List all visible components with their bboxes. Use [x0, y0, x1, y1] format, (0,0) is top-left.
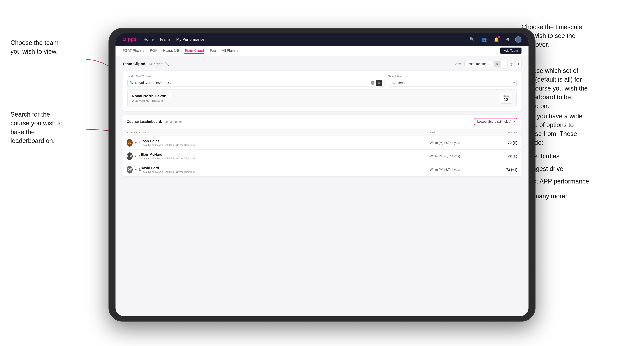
course-info: Royal North Devon GC Westward Ho!, Engla… — [132, 94, 173, 103]
tee-select-group: Select Tee All Tees White Yellow Red — [388, 75, 516, 87]
select-tee-label: Select Tee — [388, 75, 516, 78]
main-content: Team Clippd | 14 Players ✏️ Show: Last 3… — [116, 56, 528, 316]
find-course-label: Find a Golf Course — [128, 75, 384, 78]
favorite-button[interactable]: ★ — [376, 80, 382, 86]
table-row: DF ♥ 3 David Ford Royal North Devon Golf… — [122, 163, 522, 176]
tab-team-clippd[interactable]: Team Clippd — [184, 48, 204, 54]
nav-my-performance[interactable]: My Performance — [176, 37, 204, 42]
tee-2: White (M) (6,744 yds) — [430, 155, 482, 158]
download-button[interactable]: ⬇ — [515, 61, 522, 67]
avatar-josh: JC — [127, 139, 133, 147]
settings-icon: ⊕ — [506, 37, 510, 42]
team-player-count: | 14 Players — [147, 62, 163, 66]
nav-home[interactable]: Home — [143, 37, 154, 42]
grid-view-button[interactable]: ⊞ — [494, 61, 500, 67]
edit-icon[interactable]: ✏️ — [165, 62, 169, 66]
search-row: Find a Golf Course 🔍 × ★ Select Tee Al — [128, 75, 516, 87]
course-search-group: Find a Golf Course 🔍 × ★ — [128, 75, 384, 87]
tee-select[interactable]: All Tees White Yellow Red — [390, 79, 514, 87]
people-button[interactable]: 👥 — [480, 36, 488, 43]
course-location: Westward Ho!, England — [132, 99, 173, 103]
tab-pga[interactable]: PGA — [150, 48, 157, 54]
col-tee: TEE — [430, 131, 482, 134]
player-rank-2: BM ♥ 1 — [127, 152, 141, 160]
nav-bar: clippd Home Teams My Performance 🔍 👥 🔔 — [116, 33, 528, 46]
course-search-input[interactable] — [135, 81, 369, 85]
clear-search-button[interactable]: × — [371, 81, 374, 85]
col-score: SCORE — [482, 131, 517, 134]
score-type-dropdown[interactable]: Lowest Score (18 holes) Most Birdies Lon… — [474, 118, 517, 125]
avatar-button[interactable]: 👤 — [515, 36, 522, 43]
course-name: Royal North Devon GC — [132, 94, 173, 98]
leaderboard-panel: Course Leaderboard, Last 3 months Lowest… — [122, 115, 522, 176]
leaderboard-table: PLAYER NAME TEE SCORE JC ♥ 1 — [122, 129, 522, 176]
tee-1: White (M) (6,744 yds) — [430, 141, 482, 145]
tablet-screen: clippd Home Teams My Performance 🔍 👥 🔔 — [116, 33, 528, 316]
search-icon: 🔍 — [469, 37, 474, 42]
tab-hcaps[interactable]: Hcaps 1-5 — [163, 48, 179, 54]
trophy-view-button[interactable]: 🏆 — [508, 61, 514, 67]
holes-label: Holes — [503, 94, 509, 97]
holes-box: Holes 18 — [500, 93, 512, 104]
score-dropdown-wrapper: Lowest Score (18 holes) Most Birdies Lon… — [474, 118, 517, 125]
show-controls: Show: Last 3 months ⊞ ☰ 🏆 ⬇ — [454, 61, 522, 67]
player-club-1: Royal North Devon Golf Club, United King… — [141, 144, 430, 147]
player-rank-3: DF ♥ 3 — [127, 166, 141, 173]
leaderboard-title: Course Leaderboard, — [127, 120, 162, 124]
notification-badge — [498, 36, 500, 38]
col-player-name: PLAYER NAME — [127, 131, 430, 134]
holes-value: 18 — [503, 97, 509, 102]
team-annotation-text: Choose the team you wish to view. — [10, 39, 58, 55]
rank-num-1: 1 — [139, 141, 141, 145]
course-annotation-text: Search for the course you wish to base t… — [10, 111, 63, 144]
nav-teams[interactable]: Teams — [159, 37, 170, 42]
team-header: Team Clippd | 14 Players ✏️ Show: Last 3… — [122, 61, 522, 67]
app-logo: clippd — [122, 37, 136, 42]
table-row: JC ♥ 1 Josh Coles Royal North Devon Golf… — [122, 136, 522, 150]
leaderboard-header: Course Leaderboard, Last 3 months Lowest… — [122, 115, 522, 129]
search-panel: Find a Golf Course 🔍 × ★ Select Tee Al — [122, 71, 522, 111]
player-info-2: Blair McHarg Royal North Devon Golf Club… — [141, 153, 430, 160]
nav-icons: 🔍 👥 🔔 ⊕ 👤 — [468, 36, 522, 43]
team-annotation: Choose the team you wish to view. — [10, 38, 66, 56]
heart-icon-3[interactable]: ♥ — [135, 168, 137, 172]
table-row: BM ♥ 1 Blair McHarg Royal North Devon Go… — [122, 150, 522, 163]
search-icon: 🔍 — [130, 81, 134, 85]
leaderboard-title-group: Course Leaderboard, Last 3 months — [127, 120, 182, 124]
player-info-3: David Ford Royal North Devon Golf Club, … — [141, 166, 430, 173]
search-button[interactable]: 🔍 — [468, 36, 476, 43]
bell-button[interactable]: 🔔 — [492, 36, 500, 43]
sub-nav: PGAT Players PGA Hcaps 1-5 Team Clippd T… — [116, 46, 528, 56]
player-club-3: Royal North Devon Golf Club, United King… — [141, 170, 430, 173]
list-view-button[interactable]: ☰ — [501, 61, 508, 67]
avatar-blair: BM — [127, 152, 133, 160]
course-search-wrapper: 🔍 × ★ — [128, 79, 384, 87]
heart-icon-1[interactable]: ♥ — [135, 141, 137, 145]
course-annotation: Search for the course you wish to base t… — [10, 110, 66, 145]
tee-3: White (M) (6,744 yds) — [430, 168, 482, 172]
player-info-1: Josh Coles Royal North Devon Golf Club, … — [141, 139, 430, 147]
rank-num-2: 1 — [139, 154, 141, 158]
settings-button[interactable]: ⊕ — [505, 36, 511, 43]
rank-num-3: 3 — [139, 168, 141, 172]
show-label: Show: — [454, 62, 462, 66]
people-icon: 👥 — [482, 37, 487, 42]
score-3: 73 (+1) — [482, 168, 517, 172]
tab-pgat-players[interactable]: PGAT Players — [122, 48, 144, 54]
show-dropdown[interactable]: Last 3 months — [464, 61, 492, 67]
heart-icon-2[interactable]: ♥ — [135, 155, 137, 158]
avatar-david: DF — [127, 166, 133, 173]
avatar-icon: 👤 — [516, 38, 520, 41]
player-rank-1: JC ♥ 1 — [127, 139, 141, 147]
add-team-button[interactable]: Add Team — [500, 47, 522, 54]
tab-all-players[interactable]: All Players — [222, 48, 238, 54]
view-icons: ⊞ ☰ 🏆 ⬇ — [494, 61, 522, 67]
tab-tour[interactable]: Tour — [210, 48, 216, 54]
player-name-1: Josh Coles — [141, 139, 430, 143]
player-name-2: Blair McHarg — [141, 153, 430, 157]
score-1: 72 (E) — [482, 141, 517, 145]
score-2: 72 (E) — [482, 154, 517, 158]
table-header: PLAYER NAME TEE SCORE — [122, 129, 522, 136]
player-club-2: Royal North Devon Golf Club, United King… — [141, 157, 430, 160]
tee-select-wrapper: All Tees White Yellow Red — [388, 79, 516, 87]
